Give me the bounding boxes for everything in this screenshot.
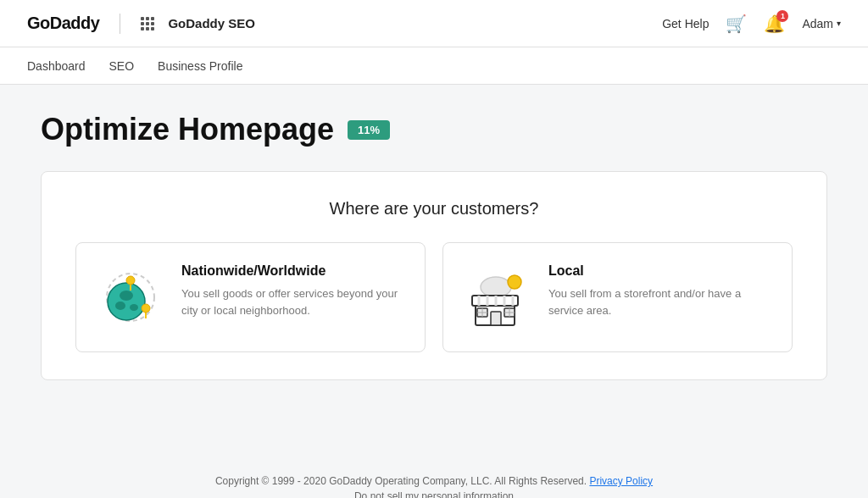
godaddy-logo[interactable]: GoDaddy [27, 14, 99, 33]
svg-point-3 [115, 302, 125, 310]
nav-item-business-profile[interactable]: Business Profile [158, 56, 242, 76]
header-right: Get Help 🛒 🔔 1 Adam ▾ [662, 14, 841, 34]
nationwide-content: Nationwide/Worldwide You sell goods or o… [181, 263, 404, 318]
notifications-button[interactable]: 🔔 1 [764, 14, 785, 34]
svg-point-4 [130, 304, 138, 311]
local-content: Local You sell from a storefront and/or … [548, 263, 771, 318]
page-content: Optimize Homepage 11% Where are your cus… [0, 85, 868, 407]
cart-button[interactable]: 🛒 [726, 14, 747, 34]
cart-icon: 🛒 [726, 14, 747, 33]
page-title-row: Optimize Homepage 11% [41, 112, 827, 147]
header: GoDaddy GoDaddy SEO Get Help 🛒 🔔 1 Adam … [0, 0, 868, 47]
logo-divider [120, 14, 120, 34]
nav-item-seo[interactable]: SEO [109, 56, 135, 76]
nationwide-icon [97, 263, 164, 331]
nationwide-option[interactable]: Nationwide/Worldwide You sell goods or o… [75, 242, 426, 352]
svg-point-11 [508, 275, 521, 289]
svg-rect-19 [491, 312, 501, 325]
user-menu[interactable]: Adam ▾ [802, 17, 841, 30]
nationwide-title: Nationwide/Worldwide [181, 263, 404, 279]
local-desc: You sell from a storefront and/or have a… [548, 285, 771, 318]
privacy-policy-link[interactable]: Privacy Policy [589, 475, 653, 487]
nav-item-dashboard[interactable]: Dashboard [27, 56, 86, 76]
svg-point-2 [120, 290, 133, 301]
chevron-down-icon: ▾ [837, 19, 841, 28]
svg-point-10 [481, 277, 511, 297]
footer: Copyright © 1999 - 2020 GoDaddy Operatin… [0, 458, 868, 498]
page-title: Optimize Homepage [41, 112, 334, 147]
get-help-button[interactable]: Get Help [662, 17, 709, 30]
nationwide-desc: You sell goods or offer services beyond … [181, 285, 404, 318]
app-name: GoDaddy SEO [168, 16, 255, 30]
progress-badge: 11% [348, 120, 390, 140]
svg-point-7 [126, 276, 135, 285]
user-name: Adam [802, 17, 833, 30]
svg-point-9 [142, 304, 150, 313]
notification-badge: 1 [776, 10, 788, 22]
local-option[interactable]: Local You sell from a storefront and/or … [442, 242, 793, 352]
local-title: Local [548, 263, 771, 279]
local-icon [464, 263, 531, 331]
options-row: Nationwide/Worldwide You sell goods or o… [75, 242, 793, 352]
logo-text: GoDaddy [27, 14, 99, 33]
customer-selection-card: Where are your customers? [41, 171, 827, 380]
card-question: Where are your customers? [75, 199, 793, 219]
nav: Dashboard SEO Business Profile [0, 47, 868, 85]
do-not-sell[interactable]: Do not sell my personal information [17, 490, 851, 498]
header-left: GoDaddy GoDaddy SEO [27, 14, 255, 34]
footer-copyright: Copyright © 1999 - 2020 GoDaddy Operatin… [17, 475, 851, 487]
grid-icon [141, 17, 154, 30]
